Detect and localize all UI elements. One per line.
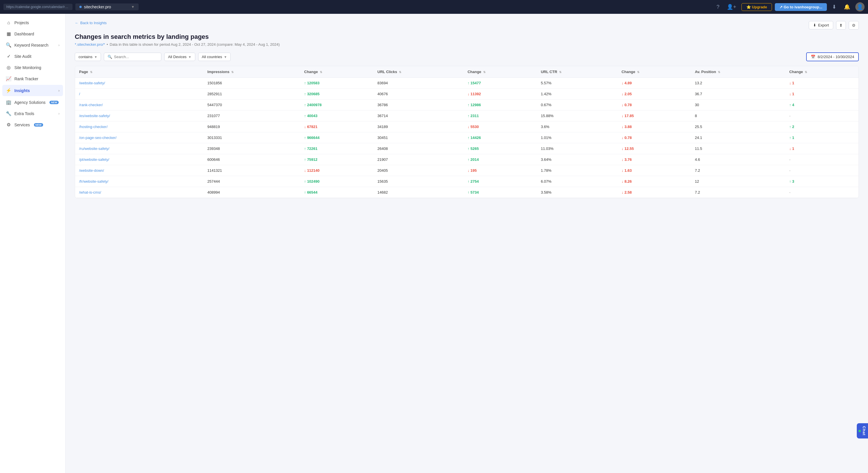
sidebar-item-site-monitoring[interactable]: ◎ Site Monitoring [0, 62, 65, 73]
services-nav-icon: ⚙ [6, 122, 11, 127]
date-range-picker[interactable]: 📅 8/2/2024 - 10/30/2024 [806, 52, 859, 61]
change-value: ↓ 4.89 [622, 81, 631, 85]
filter-caret-icon: ▼ [94, 55, 97, 59]
sidebar-item-rank-tracker[interactable]: 📈 Rank Tracker [0, 73, 65, 84]
page-link[interactable]: /what-is-cms/ [79, 190, 101, 195]
cell-url-ctr: 15.88% [537, 111, 618, 121]
table-row: /website-down/ 1141321 ↓ 112140 20405 ↓ … [75, 165, 859, 176]
cell-url-clicks: 21907 [373, 154, 463, 165]
cell-url-ctr-change: ↓ 2.05 [618, 89, 691, 99]
export-button[interactable]: ⬇ Export [809, 21, 833, 29]
site-audit-nav-icon: ✓ [6, 54, 11, 59]
devices-label: All Devices [168, 55, 186, 59]
col-url_ctr_change[interactable]: Change ⇅ [618, 66, 691, 78]
change-value: ↑ 12986 [468, 103, 481, 107]
sort-icon: ⇅ [90, 70, 92, 73]
cell-url-clicks-change: ↑ 5265 [464, 143, 537, 154]
cell-page: /what-is-cms/ [75, 187, 203, 198]
page-link[interactable]: / [79, 92, 80, 96]
contains-filter[interactable]: contains ▼ [75, 53, 101, 61]
page-link[interactable]: /website-safety/ [79, 81, 105, 85]
devices-filter[interactable]: All Devices ▼ [164, 53, 195, 61]
settings-button[interactable]: ⚙ [849, 21, 859, 30]
change-value: ↑ 3 [789, 179, 794, 183]
page-link[interactable]: /hosting-checker/ [79, 125, 107, 129]
avatar[interactable]: 👤 [855, 2, 865, 11]
change-value: ↑ 40043 [304, 114, 317, 118]
page-link[interactable]: /website-down/ [79, 168, 104, 173]
cell-page: /on-page-seo-checker/ [75, 132, 203, 143]
page-link[interactable]: /on-page-seo-checker/ [79, 136, 117, 140]
change-value: ↑ 2311 [468, 114, 479, 118]
countries-caret-icon: ▼ [224, 55, 227, 59]
upgrade-button[interactable]: ⭐ Upgrade [741, 3, 772, 11]
sidebar-item-projects[interactable]: ⌂ Projects [0, 17, 65, 28]
notifications-icon[interactable]: 🔔 [841, 3, 852, 11]
sidebar-item-agency-solutions[interactable]: 🏢 Agency Solutions NEW [0, 97, 65, 108]
keyword-research-nav-icon: 🔍 [6, 42, 11, 48]
col-av_position_change[interactable]: Change ⇅ [785, 66, 859, 78]
sidebar-item-label: Services [14, 123, 30, 127]
cell-page: / [75, 89, 203, 99]
cell-impressions: 948819 [203, 121, 300, 132]
sidebar-item-dashboard[interactable]: ▦ Dashboard [0, 28, 65, 39]
col-url_clicks_change[interactable]: Change ⇅ [464, 66, 537, 78]
cell-impressions-change: ↑ 40043 [300, 111, 374, 121]
cell-impressions: 1141321 [203, 165, 300, 176]
change-value: ↑ 2 [789, 125, 794, 129]
change-value: ↑ 5265 [468, 146, 479, 151]
cell-impressions-change: ↑ 66544 [300, 187, 374, 198]
site-selector[interactable]: sitechecker.pro ▼ [75, 3, 138, 10]
sidebar-item-extra-tools[interactable]: 🔧 Extra Tools › [0, 108, 65, 119]
col-url_ctr[interactable]: URL CTR ⇅ [537, 66, 618, 78]
col-av_position[interactable]: Av. Position ⇅ [691, 66, 785, 78]
sort-icon: ⇅ [399, 70, 401, 73]
cell-url-ctr-change: ↓ 2.58 [618, 187, 691, 198]
cell-page: /website-safety/ [75, 78, 203, 89]
change-value: ↑ 4 [789, 103, 794, 107]
cell-impressions: 600646 [203, 154, 300, 165]
col-page[interactable]: Page ⇅ [75, 66, 203, 78]
share-button[interactable]: ⬆ [836, 21, 846, 30]
sidebar-item-site-audit[interactable]: ✓ Site Audit [0, 51, 65, 62]
page-link[interactable]: /pt/website-safety/ [79, 157, 109, 162]
chat-status-dot [859, 430, 861, 432]
cell-url-ctr: 1.01% [537, 132, 618, 143]
sidebar-item-insights[interactable]: ⚡ Insights › [2, 85, 63, 96]
change-value: - [789, 157, 790, 162]
cell-av-position: 8 [691, 111, 785, 121]
badge-new: NEW [34, 123, 43, 126]
sidebar: ⌂ Projects ▦ Dashboard 🔍 Keyword Researc… [0, 14, 66, 473]
cell-url-ctr: 3.58% [537, 187, 618, 198]
breadcrumb[interactable]: ← Back to Insights [75, 21, 107, 25]
cell-url-clicks-change: ↑ 14426 [464, 132, 537, 143]
cell-page: /es/website-safety/ [75, 111, 203, 121]
chat-button[interactable]: Chat [857, 423, 868, 439]
page-link[interactable]: /fr/website-safety/ [79, 179, 108, 183]
subtitle-site-link[interactable]: *.sitechecker.pro/* [75, 42, 105, 47]
sort-icon: ⇅ [320, 70, 322, 73]
help-icon[interactable]: ? [714, 3, 722, 11]
col-impressions[interactable]: Impressions ⇅ [203, 66, 300, 78]
download-icon[interactable]: ⬇ [830, 3, 839, 11]
sidebar-item-keyword-research[interactable]: 🔍 Keyword Research › [0, 39, 65, 51]
page-link[interactable]: /ru/website-safety/ [79, 146, 110, 151]
cell-url-clicks-change: ↑ 2311 [464, 111, 537, 121]
page-subtitle: *.sitechecker.pro/* • Data in this table… [75, 42, 859, 47]
col-url_clicks[interactable]: URL Clicks ⇅ [373, 66, 463, 78]
sidebar-item-services[interactable]: ⚙ Services NEW [0, 119, 65, 130]
main-content: ← Back to Insights ⬇ Export ⬆ ⚙ Changes … [66, 14, 868, 473]
rank-tracker-nav-icon: 📈 [6, 76, 11, 82]
cell-impressions: 2852911 [203, 89, 300, 99]
search-box[interactable]: 🔍 [104, 53, 161, 61]
page-link[interactable]: /es/website-safety/ [79, 114, 110, 118]
breadcrumb-label: Back to Insights [80, 21, 107, 25]
goto-button[interactable]: ↗ Go to ivanhoegroup... [775, 3, 827, 11]
search-input[interactable] [114, 55, 158, 59]
col-impressions_change[interactable]: Change ⇅ [300, 66, 374, 78]
page-link[interactable]: /rank-checker/ [79, 103, 103, 107]
cell-impressions-change: ↑ 966644 [300, 132, 374, 143]
add-user-icon[interactable]: 👤+ [724, 3, 739, 11]
countries-filter[interactable]: All countries ▼ [198, 53, 231, 61]
cell-url-ctr-change: ↓ 1.63 [618, 165, 691, 176]
